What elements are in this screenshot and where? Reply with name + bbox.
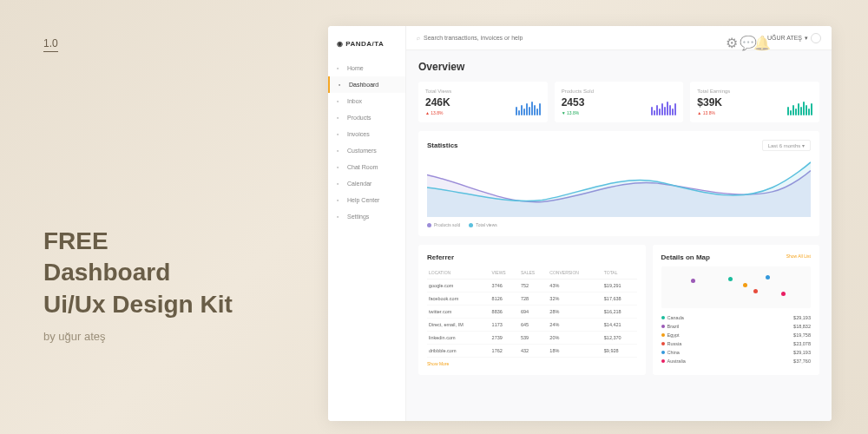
brand-logo: ◉ PANDA/TA: [328, 33, 405, 55]
chat-icon[interactable]: 💬: [740, 35, 746, 42]
map-country-row: Egypt$19,758: [661, 331, 812, 339]
table-row[interactable]: dribbble.com176243218%$9,928: [427, 345, 637, 358]
map-pin[interactable]: [743, 283, 747, 287]
search-input[interactable]: [424, 35, 719, 41]
map-pin[interactable]: [728, 277, 733, 281]
nav-icon: ▫: [337, 164, 343, 170]
promo-title: FREE Dashboard Ui/Ux Design Kit: [43, 226, 233, 320]
table-row[interactable]: facebook.com812672832%$17,638: [427, 293, 637, 306]
nav-icon: ▫: [337, 65, 343, 71]
stats-chart: [427, 158, 811, 217]
legend-item: Products sold: [427, 222, 460, 227]
sparkline-chart: [651, 100, 676, 115]
referrer-card: Referrer LOCATIONVIEWSSALESCONVERSIONTOT…: [418, 245, 646, 375]
map-country-row: China$29,193: [661, 348, 812, 357]
referrer-title: Referrer: [427, 253, 637, 261]
map-country-row: Canada$29,193: [661, 313, 812, 322]
search-icon: ⌕: [417, 35, 420, 41]
sparkline-chart: [516, 100, 541, 115]
show-more-link[interactable]: Show More: [427, 361, 637, 366]
map-pin[interactable]: [753, 289, 758, 293]
stats-title: Statistics: [427, 141, 458, 149]
table-row[interactable]: linkedin.com273953920%$12,370: [427, 332, 637, 345]
nav-icon: ▫: [337, 115, 343, 121]
user-menu[interactable]: UĞUR ATEŞ ▾: [767, 33, 821, 43]
sidebar-item-dashboard[interactable]: ▫Dashboard: [328, 76, 405, 93]
bell-icon[interactable]: 🔔: [753, 35, 760, 42]
sidebar-item-chat-room[interactable]: ▫Chat Room: [328, 159, 405, 175]
legend-item: Total views: [469, 222, 496, 227]
sparkline-chart: [787, 100, 812, 115]
topbar: ⌕ ⚙ 💬 🔔 UĞUR ATEŞ ▾: [406, 26, 832, 50]
nav-icon: ▫: [339, 82, 345, 88]
sidebar-item-invoices[interactable]: ▫Invoices: [328, 126, 405, 142]
nav-icon: ▫: [337, 214, 343, 220]
table-row[interactable]: google.com374675243%$19,291: [427, 279, 637, 293]
map-pin[interactable]: [691, 279, 695, 283]
table-row[interactable]: twitter.com883669428%$16,218: [427, 306, 637, 319]
sidebar-item-customers[interactable]: ▫Customers: [328, 142, 405, 159]
sidebar-item-home[interactable]: ▫Home: [328, 60, 405, 76]
map-pin[interactable]: [781, 292, 786, 296]
nav-icon: ▫: [337, 98, 343, 104]
map-card: Details on Map Show All List Canada$29,1…: [653, 245, 820, 375]
nav-icon: ▫: [337, 148, 343, 154]
table-row[interactable]: Direct, email, IM117364524%$14,421: [427, 319, 637, 332]
nav-icon: ▫: [337, 197, 343, 203]
map-country-row: Brazil$18,832: [661, 322, 812, 331]
page-title: Overview: [418, 61, 819, 73]
sidebar: ◉ PANDA/TA ▫Home▫Dashboard▫Inbox▫Product…: [328, 26, 406, 421]
kpi-card: Products Sold2453▼ 13.8%: [555, 82, 684, 122]
gear-icon[interactable]: ⚙: [726, 35, 733, 42]
kpi-card: Total Views246K▲ 13.8%: [418, 82, 548, 122]
map-title: Details on Map: [661, 253, 710, 261]
dashboard-app: ◉ PANDA/TA ▫Home▫Dashboard▫Inbox▫Product…: [328, 26, 832, 421]
statistics-card: Statistics Last 6 months ▾ Products sold…: [418, 131, 819, 236]
promo-author: by uğur ateş: [43, 330, 106, 343]
avatar: [811, 33, 821, 43]
sidebar-item-help-center[interactable]: ▫Help Center: [328, 192, 405, 208]
sidebar-item-settings[interactable]: ▫Settings: [328, 208, 405, 225]
nav-icon: ▫: [337, 181, 343, 187]
map-country-row: Australia$37,760: [661, 357, 812, 365]
sidebar-item-products[interactable]: ▫Products: [328, 109, 405, 126]
world-map: [661, 266, 812, 308]
sidebar-item-calendar[interactable]: ▫Calendar: [328, 175, 405, 192]
sidebar-item-inbox[interactable]: ▫Inbox: [328, 93, 405, 109]
map-pin[interactable]: [766, 275, 770, 279]
search-bar[interactable]: ⌕: [417, 35, 719, 41]
kpi-card: Total Earnings$39K▲ 13.8%: [690, 82, 819, 122]
map-show-all-link[interactable]: Show All List: [786, 253, 811, 261]
nav-icon: ▫: [337, 131, 343, 137]
map-country-row: Russia$23,078: [661, 339, 812, 348]
range-dropdown[interactable]: Last 6 months ▾: [762, 140, 811, 151]
referrer-table: LOCATIONVIEWSSALESCONVERSIONTOTAL google…: [427, 266, 637, 358]
version-badge: 1.0: [43, 37, 58, 52]
